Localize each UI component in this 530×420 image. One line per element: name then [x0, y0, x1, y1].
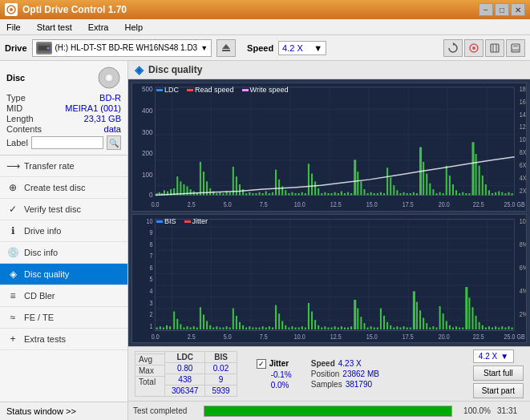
svg-rect-291	[504, 327, 506, 329]
menu-start-test[interactable]: Start test	[34, 22, 75, 33]
menu-file[interactable]: File	[3, 22, 24, 33]
svg-rect-229	[301, 326, 303, 329]
status-window-button[interactable]: Status window >>	[0, 402, 127, 420]
stats-bis-avg: 0.02	[205, 363, 236, 374]
speed-select[interactable]: 4.2 X ▼	[278, 41, 326, 55]
svg-rect-193	[183, 327, 184, 329]
svg-rect-151	[495, 192, 496, 196]
start-full-button[interactable]: Start full	[473, 365, 524, 381]
title-bar-left: Opti Drive Control 1.70	[5, 3, 127, 16]
svg-rect-280	[468, 297, 470, 329]
svg-rect-259	[399, 327, 401, 329]
menu-help[interactable]: Help	[121, 22, 146, 33]
disc-label-button[interactable]: 🔍	[107, 135, 121, 150]
svg-rect-149	[488, 190, 490, 195]
progress-bar-area: Test completed 100.0% 31:31	[128, 401, 530, 420]
svg-rect-135	[443, 193, 444, 195]
eject-button[interactable]	[216, 39, 236, 57]
disc-label-row: Label 🔍	[6, 135, 121, 150]
svg-rect-119	[390, 177, 391, 195]
svg-text:12X: 12X	[520, 123, 526, 131]
svg-rect-93	[305, 193, 306, 195]
sidebar-item-drive-info[interactable]: ℹ Drive info	[0, 220, 127, 242]
svg-rect-131	[429, 184, 431, 196]
svg-text:4%: 4%	[520, 287, 526, 295]
legend-jitter-label: Jitter	[192, 217, 208, 225]
create-test-disc-icon: ⊕	[6, 181, 19, 194]
svg-rect-19	[156, 87, 515, 196]
svg-rect-195	[190, 327, 192, 329]
refresh-icon[interactable]	[443, 39, 463, 57]
svg-rect-97	[318, 188, 319, 196]
svg-rect-205	[223, 327, 225, 329]
svg-rect-230	[305, 327, 306, 329]
svg-text:2X: 2X	[520, 187, 526, 195]
title-bar-controls: − □ ✕	[479, 3, 525, 16]
svg-rect-274	[449, 325, 451, 329]
legend-bis-label: BIS	[164, 217, 176, 225]
save-icon[interactable]	[506, 39, 525, 57]
sidebar-item-disc-info[interactable]: 💿 Disc info	[0, 242, 127, 264]
svg-rect-124	[407, 193, 408, 195]
progress-bar-inner	[204, 406, 451, 416]
sidebar-item-disc-quality[interactable]: ◈ Disc quality	[0, 264, 127, 285]
svg-rect-10	[491, 44, 499, 52]
svg-rect-249	[367, 327, 369, 329]
svg-rect-152	[498, 192, 500, 196]
svg-rect-281	[471, 307, 473, 329]
svg-text:4: 4	[150, 287, 153, 295]
drive-name: (H:) HL-DT-ST BD-RE WH16NS48 1.D3	[55, 43, 198, 52]
svg-rect-275	[452, 327, 454, 329]
disc-type-value: BD-R	[99, 93, 121, 103]
svg-rect-192	[180, 324, 181, 329]
position-value: 23862 MB	[342, 370, 379, 378]
svg-rect-256	[390, 325, 391, 329]
svg-rect-91	[298, 193, 300, 195]
drive-select[interactable]: (H:) HL-DT-ST BD-RE WH16NS48 1.D3 ▼	[32, 39, 212, 57]
settings-icon[interactable]	[485, 39, 504, 57]
disc-label-input[interactable]	[31, 136, 103, 149]
svg-text:0.0: 0.0	[152, 201, 160, 209]
burn-icon[interactable]	[464, 39, 483, 57]
sidebar-item-verify-test-disc[interactable]: ✓ Verify test disc	[0, 199, 127, 220]
app-title: Opti Drive Control 1.70	[22, 4, 127, 15]
stats-max-label: Max	[136, 365, 164, 377]
svg-point-18	[107, 76, 111, 79]
start-part-button[interactable]: Start part	[473, 383, 524, 398]
sidebar-item-fe-te[interactable]: ≈ FE / TE	[0, 307, 127, 329]
svg-rect-252	[377, 327, 378, 329]
svg-rect-112	[367, 193, 369, 195]
disc-header: Disc	[6, 66, 121, 90]
svg-rect-64	[209, 188, 211, 196]
svg-text:9: 9	[150, 228, 153, 236]
svg-rect-81	[265, 192, 267, 196]
speed-value: 4.2 X	[282, 43, 303, 53]
sidebar-item-extra-tests[interactable]: + Extra tests	[0, 329, 127, 350]
close-button[interactable]: ✕	[511, 3, 525, 16]
jitter-checkbox[interactable]: ✓	[257, 359, 266, 369]
svg-rect-223	[281, 321, 283, 330]
svg-text:10X: 10X	[520, 136, 526, 144]
sidebar-item-transfer-rate[interactable]: ⟶ Transfer rate	[0, 155, 127, 177]
svg-rect-121	[396, 190, 398, 195]
svg-rect-186	[160, 326, 161, 329]
sidebar-item-create-test-disc[interactable]: ⊕ Create test disc	[0, 177, 127, 199]
chart1-legend: LDC Read speed Write speed	[156, 86, 288, 94]
sidebar-item-cd-bler[interactable]: ≡ CD Bler	[0, 285, 127, 307]
svg-text:25.0 GB: 25.0 GB	[504, 333, 526, 341]
nav-label-fe-te: FE / TE	[24, 313, 54, 322]
svg-rect-101	[331, 193, 333, 195]
menu-extra[interactable]: Extra	[85, 22, 112, 33]
svg-rect-156	[512, 193, 513, 195]
maximize-button[interactable]: □	[495, 3, 509, 16]
svg-point-4	[47, 46, 49, 49]
svg-rect-155	[508, 192, 509, 196]
svg-rect-278	[462, 327, 463, 329]
svg-rect-265	[419, 310, 421, 329]
progress-percent: 100.0%	[459, 406, 491, 415]
svg-rect-125	[410, 193, 411, 195]
minimize-button[interactable]: −	[479, 3, 493, 16]
speed-dropdown-box[interactable]: 4.2 X ▼	[473, 349, 514, 363]
svg-rect-188	[166, 325, 168, 329]
speed-label: Speed	[247, 43, 273, 53]
